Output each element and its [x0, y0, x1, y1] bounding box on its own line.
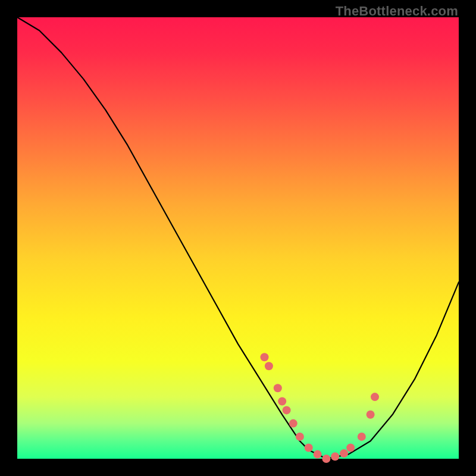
- highlight-dot: [367, 411, 375, 419]
- highlight-dot: [346, 444, 355, 452]
- highlight-dot: [371, 393, 379, 401]
- bottleneck-curve: [17, 17, 459, 459]
- highlight-dot: [305, 444, 313, 452]
- watermark-text: TheBottleneck.com: [336, 4, 458, 19]
- highlight-dot: [283, 406, 291, 414]
- highlight-dot: [331, 452, 339, 461]
- highlight-dot: [322, 455, 330, 463]
- highlight-dot: [296, 433, 304, 441]
- highlight-dot: [265, 362, 273, 370]
- highlight-dot: [340, 449, 348, 458]
- highlight-dot: [289, 419, 298, 428]
- highlight-dot: [358, 433, 366, 441]
- highlight-dot: [278, 397, 286, 406]
- chart-overlay: [17, 17, 459, 459]
- chart-stage: TheBottleneck.com: [0, 0, 476, 476]
- highlight-dot: [314, 450, 322, 459]
- highlight-dot: [261, 353, 269, 361]
- highlight-dot: [274, 384, 282, 392]
